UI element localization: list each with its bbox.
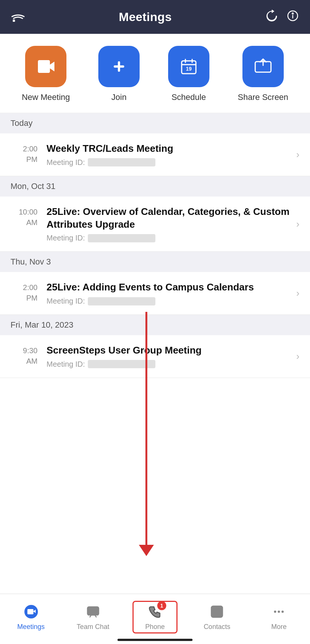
meetings-nav-icon [23, 603, 39, 620]
svg-text:19: 19 [186, 66, 192, 72]
meeting-details: Weekly TRC/Leads Meeting Meeting ID: [47, 142, 292, 167]
chevron-right-icon: › [296, 149, 299, 160]
join-label: Join [111, 92, 126, 102]
section-today: Today [0, 113, 310, 133]
new-meeting-button[interactable]: New Meeting [22, 46, 70, 102]
meeting-id-value [88, 234, 155, 242]
refresh-icon[interactable] [266, 10, 278, 24]
meeting-item[interactable]: 2:00 PM Weekly TRC/Leads Meeting Meeting… [0, 133, 310, 176]
join-button[interactable]: Join [98, 46, 140, 102]
home-indicator [117, 639, 193, 641]
svg-point-19 [95, 610, 96, 612]
svg-rect-0 [13, 20, 15, 22]
meeting-time: 2:00 PM [11, 142, 38, 165]
svg-point-22 [274, 611, 276, 613]
svg-point-24 [281, 611, 284, 613]
new-meeting-label: New Meeting [22, 92, 70, 102]
meeting-id-value [88, 360, 155, 368]
nav-team-chat[interactable]: Team Chat [71, 603, 116, 631]
meeting-details: 25Live: Overview of Calendar, Categories… [47, 206, 292, 243]
svg-point-23 [278, 611, 280, 613]
svg-point-18 [92, 610, 94, 612]
meeting-id-row: Meeting ID: [47, 234, 292, 242]
meeting-id-label: Meeting ID: [47, 297, 85, 305]
share-screen-icon [242, 46, 284, 87]
header: Meetings [0, 0, 310, 34]
meeting-id-label: Meeting ID: [47, 360, 85, 369]
schedule-button[interactable]: 19 Schedule [168, 46, 209, 102]
meeting-item[interactable]: 10:00 AM 25Live: Overview of Calendar, C… [0, 197, 310, 252]
schedule-label: Schedule [172, 92, 206, 102]
team-chat-nav-icon [85, 603, 101, 620]
section-fri-mar10: Fri, Mar 10, 2023 [0, 315, 310, 335]
svg-point-21 [215, 608, 219, 612]
share-screen-button[interactable]: Share Screen [238, 46, 289, 102]
meetings-list: Today 2:00 PM Weekly TRC/Leads Meeting M… [0, 113, 310, 378]
nav-phone[interactable]: 1 Phone [132, 601, 178, 633]
meeting-id-value [88, 158, 155, 166]
nav-more[interactable]: More [256, 603, 301, 631]
section-thu-nov3: Thu, Nov 3 [0, 252, 310, 272]
share-screen-label: Share Screen [238, 92, 289, 102]
wifi-icon [11, 9, 25, 25]
phone-nav-icon: 1 [147, 603, 163, 620]
new-meeting-icon [25, 46, 66, 87]
meeting-id-row: Meeting ID: [47, 297, 292, 305]
header-actions [266, 10, 299, 24]
svg-point-3 [292, 13, 293, 14]
meeting-id-value [88, 297, 155, 305]
meeting-title: 25Live: Adding Events to Campus Calendar… [47, 281, 292, 294]
more-nav-label: More [271, 623, 287, 631]
meetings-nav-label: Meetings [17, 623, 45, 631]
page-title: Meetings [119, 10, 172, 24]
meeting-title: ScreenSteps User Group Meeting [47, 344, 292, 357]
meeting-item[interactable]: 2:00 PM 25Live: Adding Events to Campus … [0, 272, 310, 315]
meeting-details: 25Live: Adding Events to Campus Calendar… [47, 281, 292, 305]
svg-rect-5 [118, 61, 120, 72]
meeting-id-row: Meeting ID: [47, 158, 292, 167]
phone-nav-label: Phone [145, 623, 165, 631]
nav-meetings[interactable]: Meetings [9, 603, 54, 631]
meeting-time: 10:00 AM [11, 206, 38, 228]
phone-badge: 1 [157, 601, 166, 610]
meeting-id-label: Meeting ID: [47, 234, 85, 242]
meeting-time: 2:00 PM [11, 281, 38, 303]
meeting-time: 9:30 AM [11, 344, 38, 366]
section-mon-oct31: Mon, Oct 31 [0, 176, 310, 197]
chevron-right-icon: › [296, 351, 299, 362]
svg-marker-14 [139, 545, 154, 556]
info-icon[interactable] [287, 10, 299, 24]
svg-point-17 [90, 610, 92, 612]
chevron-right-icon: › [296, 218, 299, 230]
contacts-nav-label: Contacts [204, 623, 230, 631]
meeting-id-label: Meeting ID: [47, 158, 85, 167]
team-chat-nav-label: Team Chat [77, 623, 109, 631]
meeting-title: Weekly TRC/Leads Meeting [47, 142, 292, 155]
meeting-title: 25Live: Overview of Calendar, Categories… [47, 206, 292, 231]
nav-contacts[interactable]: Contacts [194, 603, 239, 631]
quick-actions: New Meeting Join 19 Schedule [0, 34, 310, 113]
meeting-details: ScreenSteps User Group Meeting Meeting I… [47, 344, 292, 369]
meeting-id-row: Meeting ID: [47, 360, 292, 369]
more-nav-icon [271, 603, 287, 620]
contacts-nav-icon [209, 603, 225, 620]
chevron-right-icon: › [296, 287, 299, 299]
meeting-item[interactable]: 9:30 AM ScreenSteps User Group Meeting M… [0, 335, 310, 378]
schedule-icon: 19 [168, 46, 209, 87]
bottom-nav: Meetings Team Chat 1 Phone [0, 594, 310, 644]
join-icon [98, 46, 140, 87]
